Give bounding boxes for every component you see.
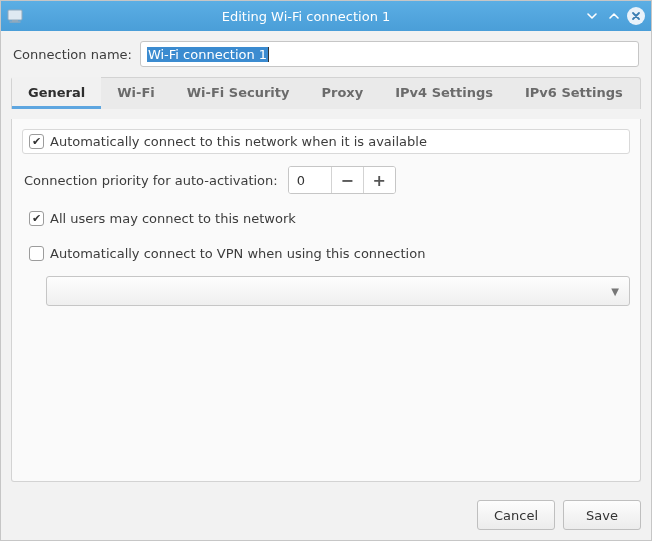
connection-name-row: Connection name: Wi-Fi connection 1	[11, 41, 641, 67]
auto-vpn-checkbox[interactable]	[29, 246, 44, 261]
text-caret	[268, 47, 269, 62]
general-panel: Automatically connect to this network wh…	[11, 119, 641, 482]
chevron-down-icon: ▼	[611, 286, 619, 297]
tab-ipv6-settings[interactable]: IPv6 Settings	[509, 77, 639, 109]
close-button[interactable]	[627, 7, 645, 25]
tab-wifi-security[interactable]: Wi-Fi Security	[171, 77, 306, 109]
app-icon	[5, 6, 25, 26]
connection-name-value: Wi-Fi connection 1	[147, 47, 268, 62]
priority-input[interactable]	[289, 167, 331, 193]
svg-rect-0	[8, 10, 22, 20]
connection-name-input[interactable]: Wi-Fi connection 1	[140, 41, 639, 67]
all-users-label: All users may connect to this network	[50, 211, 296, 226]
priority-spinbox: − +	[288, 166, 396, 194]
auto-connect-row: Automatically connect to this network wh…	[22, 129, 630, 154]
minimize-button[interactable]	[583, 7, 601, 25]
auto-vpn-row: Automatically connect to VPN when using …	[22, 241, 630, 266]
window: Editing Wi-Fi connection 1 Connection na…	[0, 0, 652, 541]
all-users-checkbox[interactable]	[29, 211, 44, 226]
all-users-row: All users may connect to this network	[22, 206, 630, 231]
priority-decrement-button[interactable]: −	[331, 167, 363, 193]
tab-bar: General Wi-Fi Wi-Fi Security Proxy IPv4 …	[11, 77, 641, 109]
maximize-button[interactable]	[605, 7, 623, 25]
auto-connect-label: Automatically connect to this network wh…	[50, 134, 427, 149]
window-controls	[583, 7, 645, 25]
footer: Cancel Save	[1, 492, 651, 540]
priority-row: Connection priority for auto-activation:…	[22, 164, 630, 196]
window-title: Editing Wi-Fi connection 1	[29, 9, 583, 24]
tab-proxy[interactable]: Proxy	[305, 77, 379, 109]
tab-general[interactable]: General	[12, 77, 101, 109]
content-area: Connection name: Wi-Fi connection 1 Gene…	[1, 31, 651, 492]
vpn-combobox[interactable]: ▼	[46, 276, 630, 306]
auto-vpn-label: Automatically connect to VPN when using …	[50, 246, 425, 261]
connection-name-label: Connection name:	[13, 47, 132, 62]
vpn-combo-wrap: ▼	[22, 276, 630, 306]
save-button[interactable]: Save	[563, 500, 641, 530]
tab-ipv4-settings[interactable]: IPv4 Settings	[379, 77, 509, 109]
priority-increment-button[interactable]: +	[363, 167, 395, 193]
priority-label: Connection priority for auto-activation:	[24, 173, 278, 188]
cancel-button[interactable]: Cancel	[477, 500, 555, 530]
titlebar: Editing Wi-Fi connection 1	[1, 1, 651, 31]
auto-connect-checkbox[interactable]	[29, 134, 44, 149]
tab-wifi[interactable]: Wi-Fi	[101, 77, 171, 109]
